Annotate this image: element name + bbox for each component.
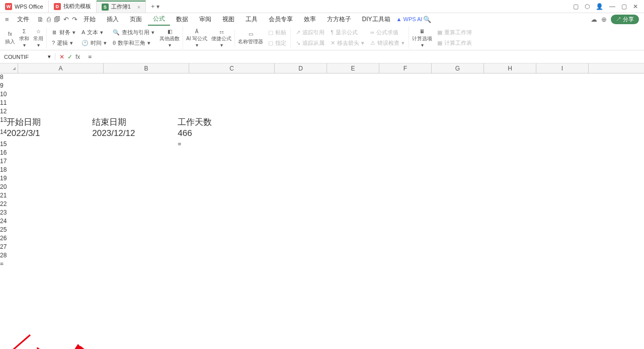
cell[interactable] — [7, 192, 92, 200]
name-box[interactable]: COUNTIF▾ — [0, 53, 55, 60]
cell[interactable] — [315, 116, 368, 128]
cell[interactable] — [315, 149, 368, 158]
undo-icon[interactable]: ↶ — [63, 16, 69, 23]
cell[interactable] — [315, 91, 368, 99]
cell[interactable] — [420, 128, 472, 141]
cell[interactable] — [472, 166, 525, 175]
cell[interactable] — [315, 158, 368, 166]
col-header-h[interactable]: H — [484, 63, 536, 73]
cell[interactable] — [368, 99, 420, 108]
cell[interactable] — [263, 183, 315, 192]
cell[interactable] — [368, 116, 420, 128]
cell[interactable] — [365, 74, 417, 82]
cell[interactable] — [525, 209, 577, 218]
cell[interactable] — [525, 116, 577, 128]
finance-button[interactable]: 🗎财务▾ — [50, 28, 77, 37]
cell[interactable] — [92, 252, 178, 260]
search-icon[interactable]: 🔍 — [423, 16, 431, 23]
cell[interactable] — [365, 82, 417, 91]
fx-icon-small[interactable]: fx — [75, 53, 80, 60]
cell[interactable] — [315, 243, 368, 252]
cell[interactable]: 工作天数 — [178, 116, 263, 128]
cell[interactable] — [4, 74, 89, 82]
cell[interactable] — [420, 192, 472, 200]
window-icon-2[interactable]: ⬡ — [585, 3, 590, 10]
menu-member[interactable]: 会员专享 — [264, 14, 298, 25]
cell[interactable] — [472, 158, 525, 166]
cell[interactable] — [178, 158, 263, 166]
help-icon[interactable]: ⊕ — [601, 16, 607, 23]
cell[interactable] — [178, 108, 263, 116]
cell[interactable] — [472, 226, 525, 235]
cell[interactable] — [263, 218, 315, 226]
cell[interactable] — [7, 149, 92, 158]
preview-icon[interactable]: 🗐 — [54, 16, 60, 23]
cell[interactable] — [525, 166, 577, 175]
cell[interactable] — [315, 200, 368, 209]
cell[interactable] — [420, 226, 472, 235]
cell[interactable] — [260, 74, 312, 82]
cell[interactable] — [472, 128, 525, 141]
cell[interactable] — [472, 192, 525, 200]
cell[interactable] — [420, 158, 472, 166]
cell[interactable] — [178, 243, 263, 252]
wps-ai-button[interactable]: ▲WPS AI — [396, 16, 423, 22]
cell[interactable] — [7, 158, 92, 166]
row-header[interactable]: 11 — [0, 99, 7, 108]
cell[interactable] — [525, 243, 577, 252]
cell[interactable] — [472, 91, 525, 99]
cell[interactable] — [472, 99, 525, 108]
row-header[interactable]: 25 — [0, 226, 7, 235]
cell[interactable] — [472, 175, 525, 183]
cell[interactable] — [420, 209, 472, 218]
cell[interactable] — [472, 141, 525, 149]
cell[interactable] — [315, 192, 368, 200]
cell[interactable] — [175, 74, 260, 82]
cell[interactable] — [472, 218, 525, 226]
cell[interactable] — [7, 209, 92, 218]
app-tab[interactable]: W WPS Office — [0, 1, 49, 13]
row-header[interactable]: 14 — [0, 128, 7, 141]
cell[interactable] — [368, 243, 420, 252]
menu-formula[interactable]: 公式 — [148, 13, 170, 26]
cell[interactable] — [315, 108, 368, 116]
cell[interactable] — [263, 166, 315, 175]
cell[interactable] — [472, 235, 525, 243]
cell[interactable] — [420, 99, 472, 108]
cell[interactable] — [92, 175, 178, 183]
cell[interactable] — [263, 175, 315, 183]
menu-page[interactable]: 页面 — [125, 14, 147, 25]
cell[interactable] — [178, 235, 263, 243]
cell[interactable] — [7, 252, 92, 260]
cell[interactable] — [7, 218, 92, 226]
menu-diy[interactable]: DIY工具箱 — [357, 14, 395, 25]
cell[interactable] — [263, 200, 315, 209]
cell[interactable] — [525, 91, 577, 99]
col-header-g[interactable]: G — [432, 63, 484, 73]
cell[interactable] — [263, 192, 315, 200]
cell[interactable] — [472, 183, 525, 192]
cell[interactable] — [178, 218, 263, 226]
cell[interactable] — [92, 141, 178, 149]
cell[interactable] — [7, 226, 92, 235]
close-icon[interactable]: ✕ — [633, 3, 638, 10]
cell[interactable] — [368, 128, 420, 141]
cloud-icon[interactable]: ☁ — [591, 16, 597, 23]
cell[interactable] — [315, 226, 368, 235]
minimize-icon[interactable]: — — [609, 3, 615, 10]
cell[interactable] — [92, 218, 178, 226]
cell[interactable] — [525, 252, 577, 260]
cell[interactable] — [92, 108, 178, 116]
cell[interactable] — [178, 183, 263, 192]
ai-formula-button[interactable]: ÄAI 写公式▾ — [183, 26, 208, 49]
cancel-formula-icon[interactable]: ✕ — [59, 53, 64, 60]
cell[interactable] — [7, 243, 92, 252]
avatar-icon[interactable]: 👤 — [596, 3, 603, 10]
cell[interactable] — [368, 175, 420, 183]
autosum-button[interactable]: Σ求和▾ — [18, 26, 30, 49]
menu-tools[interactable]: 工具 — [240, 14, 263, 25]
cell[interactable] — [92, 226, 178, 235]
col-header-d[interactable]: D — [275, 63, 327, 73]
datetime-button[interactable]: 🕐时间▾ — [79, 38, 109, 48]
redo-icon[interactable]: ↷ — [72, 16, 77, 23]
